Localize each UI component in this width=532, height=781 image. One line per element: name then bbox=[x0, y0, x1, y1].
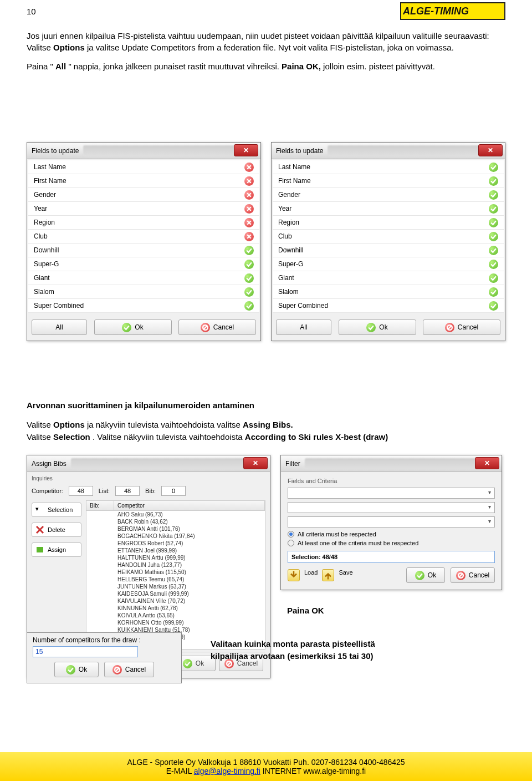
list-item[interactable]: ETTANEN Joel (999,99) bbox=[86, 547, 265, 554]
check-icon bbox=[489, 246, 498, 255]
ok-button[interactable]: Ok bbox=[406, 567, 445, 583]
list-item[interactable]: BACK Robin (43,62) bbox=[86, 518, 265, 525]
check-icon bbox=[415, 571, 424, 580]
field-row[interactable]: Slalom bbox=[28, 285, 259, 299]
num-input[interactable] bbox=[33, 646, 138, 657]
field-row[interactable]: Last Name bbox=[28, 160, 259, 174]
list-item[interactable]: AHO Saku (96,73) bbox=[86, 511, 265, 518]
window-title: Fields to update bbox=[276, 147, 323, 155]
field-label: Giant bbox=[34, 274, 244, 282]
text: ja näkyviin tulevista vaihtoehdoista val… bbox=[87, 420, 243, 429]
save-button[interactable]: Save bbox=[339, 569, 352, 581]
filter-dialog: Filter ✕ Fields and Criteria All criteri… bbox=[280, 455, 502, 590]
text: jolloin esim. pisteet päivittyvät. bbox=[323, 62, 435, 71]
titlebar: Fields to update ✕ bbox=[272, 143, 505, 159]
text-bold: Options bbox=[53, 43, 85, 52]
field-row[interactable]: Year bbox=[273, 202, 504, 216]
list-item[interactable]: ENGROOS Robert (52,74) bbox=[86, 540, 265, 547]
list-item[interactable]: KAIDESOJA Samuli (999,99) bbox=[86, 590, 265, 597]
text-bold: Paina OK, bbox=[282, 62, 321, 71]
list-item[interactable]: HALTTUNEN Arttu (999,99) bbox=[86, 554, 265, 561]
close-icon[interactable]: ✕ bbox=[478, 144, 503, 156]
field-label: Last Name bbox=[34, 163, 244, 171]
window-title: Assign Bibs bbox=[32, 460, 66, 468]
field-label: Downhill bbox=[34, 246, 244, 254]
criteria-combo-2[interactable] bbox=[288, 502, 495, 513]
field-row[interactable]: Region bbox=[28, 216, 259, 230]
field-row[interactable]: Year bbox=[28, 202, 259, 216]
ok-button[interactable]: Ok bbox=[54, 662, 99, 677]
cancel-button[interactable]: Cancel bbox=[104, 662, 154, 677]
field-row[interactable]: First Name bbox=[28, 174, 259, 188]
field-label: Year bbox=[34, 205, 244, 212]
radio-all-criteria[interactable]: All criteria must be respected bbox=[288, 531, 495, 537]
close-icon[interactable]: ✕ bbox=[475, 457, 499, 469]
close-icon[interactable]: ✕ bbox=[243, 457, 268, 469]
radio-at-least-one[interactable]: At least one of the criteria must be res… bbox=[288, 540, 495, 546]
load-button[interactable]: Load bbox=[304, 569, 318, 581]
check-icon bbox=[244, 287, 254, 297]
check-icon bbox=[489, 260, 498, 269]
ok-button[interactable]: Ok bbox=[94, 320, 172, 335]
check-icon bbox=[66, 665, 75, 674]
field-row[interactable]: First Name bbox=[273, 174, 504, 188]
competitor-input[interactable] bbox=[69, 486, 93, 496]
window-title: Filter bbox=[285, 460, 300, 468]
criteria-combo-3[interactable] bbox=[288, 516, 495, 528]
field-row[interactable]: Slalom bbox=[273, 285, 504, 299]
field-row[interactable]: Last Name bbox=[273, 160, 504, 174]
cancel-icon bbox=[201, 323, 210, 332]
field-row[interactable]: Downhill bbox=[273, 244, 504, 257]
all-button[interactable]: All bbox=[32, 320, 87, 335]
field-row[interactable]: Gender bbox=[273, 188, 504, 202]
fields-to-update-dialog-left: Fields to update ✕ Last NameFirst NameGe… bbox=[27, 142, 261, 341]
field-row[interactable]: Super Combined bbox=[28, 299, 259, 313]
field-row[interactable]: Gender bbox=[28, 188, 259, 202]
field-label: Super-G bbox=[34, 260, 244, 268]
list-item[interactable]: BERGMAN Antti (101,76) bbox=[86, 525, 265, 532]
list-item[interactable]: KOIVULA Antto (53,65) bbox=[86, 612, 265, 619]
footer-email-link[interactable]: alge@alge-timing.fi bbox=[194, 767, 260, 775]
delete-button[interactable]: Delete bbox=[32, 523, 81, 537]
criteria-combo-1[interactable] bbox=[288, 488, 495, 499]
field-row[interactable]: Downhill bbox=[28, 244, 259, 257]
bib-input[interactable] bbox=[161, 486, 186, 496]
list-item[interactable]: KAIVULAINEN Ville (70,72) bbox=[86, 597, 265, 605]
assign-button[interactable]: Assign bbox=[32, 542, 81, 557]
list-item[interactable]: KORHONEN Otto (999,99) bbox=[86, 619, 265, 626]
col-competitor: Competitor bbox=[114, 501, 265, 510]
list-item[interactable]: HELLBERG Teemu (65,74) bbox=[86, 576, 265, 583]
field-row[interactable]: Super-G bbox=[273, 257, 504, 271]
cancel-button[interactable]: Cancel bbox=[451, 567, 495, 583]
check-icon bbox=[489, 218, 498, 227]
check-icon bbox=[122, 323, 131, 332]
selection-button[interactable]: ▾Selection bbox=[32, 503, 81, 517]
list-input[interactable] bbox=[115, 486, 140, 496]
all-button[interactable]: All bbox=[276, 320, 331, 335]
cancel-icon bbox=[445, 323, 454, 332]
field-row[interactable]: Super-G bbox=[28, 257, 259, 271]
field-row[interactable]: Giant bbox=[28, 271, 259, 285]
text: Valitse bbox=[27, 420, 53, 429]
field-row[interactable]: Club bbox=[28, 230, 259, 244]
ok-button[interactable]: Ok bbox=[339, 320, 416, 335]
chevron-down-icon: ▾ bbox=[35, 505, 44, 514]
field-row[interactable]: Super Combined bbox=[273, 299, 504, 313]
list-item[interactable]: JUNTUNEN Markus (63,37) bbox=[86, 583, 265, 590]
field-label: Slalom bbox=[278, 288, 489, 296]
close-icon[interactable]: ✕ bbox=[234, 144, 258, 156]
check-icon bbox=[244, 246, 254, 255]
field-row[interactable]: Region bbox=[273, 216, 504, 230]
col-bib: Bib: bbox=[86, 501, 114, 510]
list-item[interactable]: HEIKAMO Mathias (115,50) bbox=[86, 569, 265, 576]
list-item[interactable]: KINNUNEN Antti (62,78) bbox=[86, 605, 265, 612]
x-icon bbox=[244, 204, 254, 214]
cancel-button[interactable]: Cancel bbox=[423, 320, 500, 335]
field-row[interactable]: Giant bbox=[273, 271, 504, 285]
list-item[interactable]: BOGACHENKO Nikita (197,84) bbox=[86, 532, 265, 540]
cancel-button[interactable]: Cancel bbox=[178, 320, 256, 335]
field-row[interactable]: Club bbox=[273, 230, 504, 244]
check-icon bbox=[244, 273, 254, 283]
cancel-icon bbox=[112, 665, 122, 674]
list-item[interactable]: HANDOLIN Juha (123,77) bbox=[86, 561, 265, 569]
